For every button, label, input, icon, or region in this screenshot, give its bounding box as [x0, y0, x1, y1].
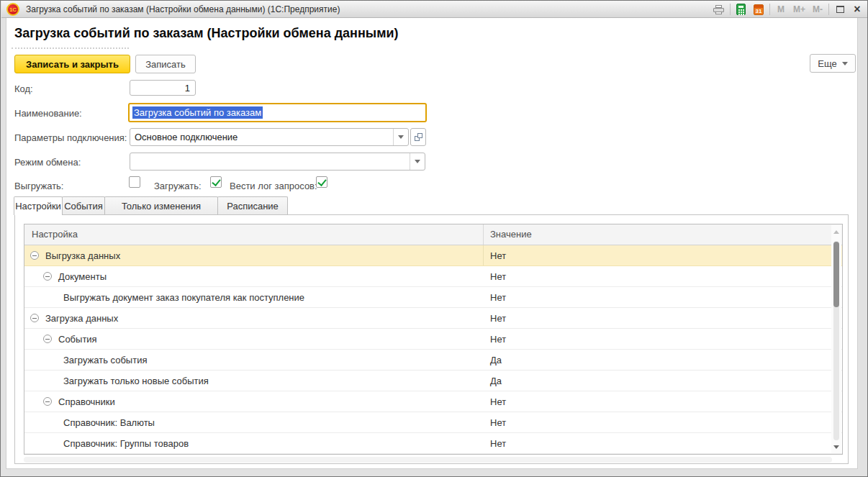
vertical-scrollbar[interactable] — [831, 225, 841, 453]
table-header[interactable]: Настройка Значение — [24, 224, 842, 245]
export-label: Выгружать: — [14, 181, 63, 191]
setting-value: Нет — [483, 266, 506, 286]
titlebar-separator — [828, 4, 829, 15]
table-row[interactable]: Справочник: ВалютыНет — [24, 412, 842, 433]
setting-cell: Загружать только новые события — [24, 371, 483, 391]
setting-cell: Выгружать документ заказ покупателя как … — [24, 287, 483, 307]
setting-value: Нет — [483, 412, 506, 432]
setting-value: Нет — [483, 245, 506, 265]
tab-schedule[interactable]: Расписание — [217, 196, 288, 214]
mode-dropdown-button[interactable] — [410, 153, 425, 170]
settings-panel: Настройка Значение Выгрузка данныхНетДок… — [14, 214, 849, 464]
mode-select[interactable] — [130, 153, 425, 171]
print-button[interactable] — [713, 2, 725, 17]
titlebar-separator — [769, 4, 770, 15]
setting-name: Справочник: Группы товаров — [63, 438, 189, 449]
horizontal-scrollbar[interactable] — [24, 457, 832, 463]
collapse-minus-icon[interactable] — [30, 251, 39, 260]
app-window: 1С Загрузка событий по заказам (Настройк… — [0, 0, 868, 477]
setting-name: Справочники — [58, 396, 115, 407]
setting-cell: Документы — [24, 266, 483, 286]
close-icon: × — [854, 4, 860, 15]
chevron-down-icon — [398, 135, 404, 139]
titlebar-separator — [730, 4, 731, 15]
setting-name: Загружать события — [63, 355, 147, 365]
setting-cell: Выгрузка данных — [24, 245, 483, 265]
scroll-up-icon[interactable] — [833, 230, 839, 234]
collapse-minus-icon[interactable] — [43, 335, 52, 343]
name-label: Наименование: — [14, 108, 82, 119]
selected-text: Загрузка событий по заказам — [132, 106, 263, 119]
query-log-checkbox[interactable] — [316, 176, 327, 188]
table-row[interactable]: Выгружать документ заказ покупателя как … — [24, 287, 842, 308]
save-button[interactable]: Записать — [135, 55, 196, 73]
table-row[interactable]: СобытияНет — [24, 329, 842, 350]
tab-settings[interactable]: Настройки — [14, 196, 63, 215]
setting-name: Выгрузка данных — [45, 250, 120, 261]
calculator-button[interactable] — [735, 2, 748, 17]
setting-value: Да — [483, 371, 502, 391]
more-button-label: Еще — [818, 58, 836, 69]
title-underline — [12, 47, 129, 49]
table-row[interactable]: Справочник: Группы товаровНет — [24, 433, 842, 454]
setting-value: Нет — [483, 329, 506, 349]
query-log-label: Вести лог запросов: — [230, 181, 317, 191]
setting-name: Документы — [58, 271, 107, 282]
connection-dropdown-button[interactable] — [393, 129, 408, 145]
setting-value: Да — [483, 350, 502, 370]
table-row[interactable]: ДокументыНет — [24, 266, 842, 287]
setting-name: Загрузка данных — [45, 313, 118, 324]
open-form-icon — [415, 133, 422, 141]
calendar-button[interactable]: 31 — [752, 2, 765, 17]
more-button[interactable]: Еще — [810, 54, 856, 73]
setting-name: Выгружать документ заказ покупателя как … — [63, 292, 304, 303]
table-row[interactable]: Загружать только новые событияДа — [24, 371, 842, 391]
settings-table-body: Выгрузка данныхНетДокументыНетВыгружать … — [24, 245, 842, 454]
window-titlebar: 1С Загрузка событий по заказам (Настройк… — [1, 1, 868, 18]
collapse-minus-icon[interactable] — [43, 397, 52, 406]
close-button[interactable]: × — [851, 2, 864, 17]
scrollbar-thumb[interactable] — [833, 242, 839, 307]
tab-changes-only[interactable]: Только изменения — [104, 196, 218, 214]
import-checkbox[interactable] — [210, 176, 222, 188]
setting-cell: События — [24, 329, 483, 349]
setting-name: Справочник: Валюты — [63, 417, 155, 428]
collapse-minus-icon[interactable] — [43, 272, 52, 281]
maximize-icon — [836, 6, 844, 13]
setting-cell: Загрузка данных — [24, 308, 483, 328]
memory-m-button[interactable]: М — [774, 2, 787, 17]
maximize-button[interactable] — [833, 2, 846, 17]
table-row[interactable]: Загружать событияДа — [24, 350, 842, 371]
collapse-minus-icon[interactable] — [30, 314, 39, 322]
code-input[interactable]: 1 — [130, 80, 196, 96]
connection-open-button[interactable] — [410, 128, 426, 146]
scroll-down-icon[interactable] — [833, 445, 839, 449]
chevron-down-icon — [842, 62, 848, 65]
calculator-icon — [736, 4, 746, 15]
setting-value: Нет — [483, 391, 506, 412]
memory-m-plus-button[interactable]: М+ — [792, 2, 807, 17]
form-content: Загрузка событий по заказам (Настройки о… — [6, 18, 858, 469]
table-row[interactable]: Загрузка данныхНет — [24, 308, 842, 329]
export-checkbox[interactable] — [129, 176, 140, 188]
1c-logo-icon: 1С — [6, 3, 19, 16]
tab-events[interactable]: События — [62, 196, 105, 214]
name-input[interactable]: Загрузка событий по заказам — [128, 103, 427, 122]
connection-label: Параметры подключения: — [14, 132, 127, 143]
setting-name: События — [58, 334, 97, 345]
table-row[interactable]: СправочникиНет — [24, 391, 842, 412]
code-label: Код: — [14, 83, 33, 94]
connection-value: Основное подключение — [130, 132, 393, 142]
calendar-icon: 31 — [754, 4, 764, 15]
setting-cell: Справочник: Валюты — [24, 412, 483, 432]
connection-select[interactable]: Основное подключение — [130, 128, 409, 146]
page-title: Загрузка событий по заказам (Настройки о… — [14, 26, 399, 41]
setting-value: Нет — [483, 308, 506, 328]
mode-label: Режим обмена: — [14, 157, 81, 168]
memory-m-minus-button[interactable]: М- — [811, 2, 824, 17]
window-title: Загрузка событий по заказам (Настройки о… — [26, 4, 340, 14]
setting-cell: Справочник: Группы товаров — [24, 433, 483, 453]
save-and-close-button[interactable]: Записать и закрыть — [14, 55, 130, 73]
table-row[interactable]: Выгрузка данныхНет — [24, 245, 842, 266]
setting-cell: Загружать события — [24, 350, 483, 370]
